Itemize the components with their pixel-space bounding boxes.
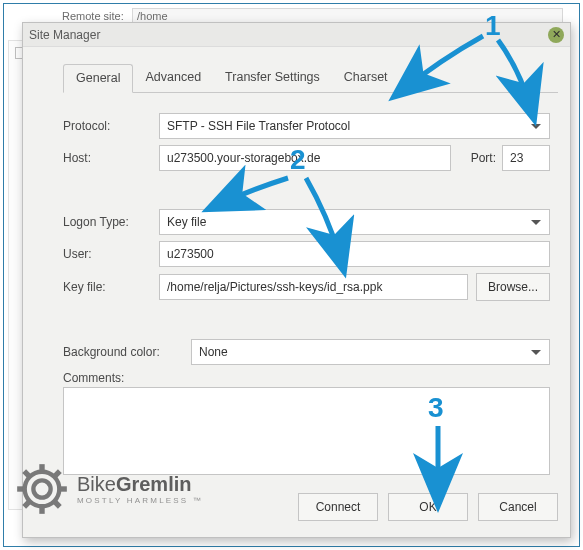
port-label: Port: [458, 151, 496, 165]
tab-advanced[interactable]: Advanced [133, 64, 213, 93]
user-row: User: [63, 241, 550, 267]
port-input[interactable] [502, 145, 550, 171]
browse-label: Browse... [488, 280, 538, 294]
dialog-title: Site Manager [29, 28, 100, 42]
keyfile-label: Key file: [63, 280, 159, 294]
tab-charset[interactable]: Charset [332, 64, 400, 93]
ok-label: OK [419, 500, 436, 514]
bgcolor-select[interactable]: None [191, 339, 550, 365]
cancel-label: Cancel [499, 500, 536, 514]
tab-panel-general: Protocol: SFTP - SSH File Transfer Proto… [63, 93, 558, 478]
protocol-label: Protocol: [63, 119, 159, 133]
keyfile-input[interactable] [159, 274, 468, 300]
host-input[interactable] [159, 145, 451, 171]
ok-button[interactable]: OK [388, 493, 468, 521]
dialog-content: General Advanced Transfer Settings Chars… [63, 57, 558, 487]
bgcolor-row: Background color: None [63, 339, 550, 365]
chevron-down-icon [531, 220, 541, 225]
logon-type-label: Logon Type: [63, 215, 159, 229]
host-label: Host: [63, 151, 159, 165]
bgcolor-label: Background color: [63, 345, 191, 359]
protocol-row: Protocol: SFTP - SSH File Transfer Proto… [63, 113, 550, 139]
protocol-select[interactable]: SFTP - SSH File Transfer Protocol [159, 113, 550, 139]
titlebar: Site Manager ✕ [23, 23, 570, 47]
dialog-buttons: Connect OK Cancel [23, 493, 558, 527]
tab-label: General [76, 71, 120, 85]
user-label: User: [63, 247, 159, 261]
comments-label: Comments: [63, 371, 124, 385]
site-manager-dialog: Site Manager ✕ General Advanced Transfer… [22, 22, 571, 538]
connect-label: Connect [316, 500, 361, 514]
chevron-down-icon [531, 124, 541, 129]
remote-site-label: Remote site: [62, 10, 132, 22]
tabs: General Advanced Transfer Settings Chars… [63, 63, 558, 93]
logon-type-select[interactable]: Key file [159, 209, 550, 235]
tab-label: Charset [344, 70, 388, 84]
keyfile-row: Key file: Browse... [63, 273, 550, 301]
close-button[interactable]: ✕ [548, 27, 564, 43]
tab-transfer-settings[interactable]: Transfer Settings [213, 64, 332, 93]
logon-type-value: Key file [167, 215, 206, 229]
host-row: Host: Port: [63, 145, 550, 171]
tab-general[interactable]: General [63, 64, 133, 93]
browse-button[interactable]: Browse... [476, 273, 550, 301]
comments-textarea[interactable] [63, 387, 550, 475]
comments-label-row: Comments: [63, 371, 550, 385]
tab-label: Advanced [145, 70, 201, 84]
cancel-button[interactable]: Cancel [478, 493, 558, 521]
logon-type-row: Logon Type: Key file [63, 209, 550, 235]
chevron-down-icon [531, 350, 541, 355]
user-input[interactable] [159, 241, 550, 267]
tab-label: Transfer Settings [225, 70, 320, 84]
bgcolor-value: None [199, 345, 228, 359]
connect-button[interactable]: Connect [298, 493, 378, 521]
close-icon: ✕ [552, 29, 561, 40]
protocol-value: SFTP - SSH File Transfer Protocol [167, 119, 350, 133]
